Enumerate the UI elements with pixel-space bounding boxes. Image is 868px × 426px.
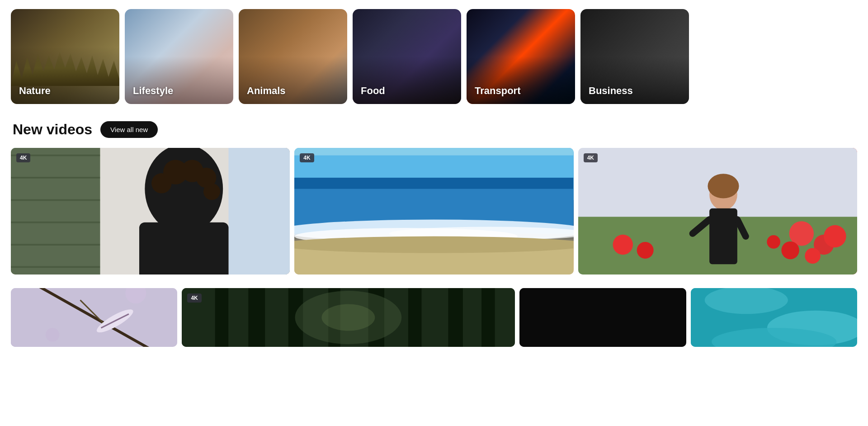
svg-rect-10 — [139, 222, 229, 275]
thumb-svg-1 — [11, 148, 290, 275]
thumb-svg-2 — [294, 148, 573, 275]
category-card-food[interactable]: Food — [353, 9, 461, 104]
category-label-animals: Animals — [247, 85, 286, 97]
svg-point-31 — [824, 225, 846, 247]
svg-rect-49 — [249, 288, 265, 347]
svg-point-33 — [805, 248, 821, 264]
category-label-food: Food — [361, 85, 385, 97]
new-videos-header: New videos View all new — [0, 113, 868, 148]
svg-point-27 — [613, 235, 632, 255]
videos-top-grid: 4K 4K — [0, 148, 868, 288]
svg-point-34 — [767, 235, 780, 249]
videos-bottom-grid: 4K — [0, 288, 868, 360]
svg-point-32 — [781, 241, 799, 260]
category-card-transport[interactable]: Transport — [467, 9, 575, 104]
category-card-nature[interactable]: Nature — [11, 9, 119, 104]
svg-point-24 — [294, 237, 573, 253]
badge-4k-5: 4K — [187, 293, 201, 303]
thumb-svg-3 — [578, 148, 857, 275]
thumb-svg-5 — [182, 288, 515, 347]
svg-rect-8 — [229, 148, 290, 275]
category-card-lifestyle[interactable]: Lifestyle — [125, 9, 233, 104]
svg-rect-0 — [11, 148, 100, 275]
category-label-transport: Transport — [475, 85, 520, 97]
svg-point-57 — [322, 304, 375, 331]
badge-4k-1: 4K — [16, 153, 30, 162]
svg-point-37 — [708, 174, 739, 198]
svg-rect-58 — [519, 288, 686, 347]
svg-point-15 — [203, 183, 220, 200]
badge-4k-2: 4K — [300, 153, 314, 162]
svg-rect-55 — [482, 288, 495, 347]
new-videos-title: New videos — [13, 121, 92, 138]
category-label-business: Business — [589, 85, 633, 97]
video-card-6[interactable] — [519, 288, 686, 347]
video-card-1[interactable]: 4K — [11, 148, 290, 275]
video-card-3[interactable]: 4K — [578, 148, 857, 275]
video-card-5[interactable]: 4K — [182, 288, 515, 347]
svg-rect-36 — [709, 208, 737, 264]
category-card-business[interactable]: Business — [580, 9, 689, 104]
categories-row: Nature Lifestyle Animals Food Transport … — [11, 9, 857, 104]
categories-section: Nature Lifestyle Animals Food Transport … — [0, 0, 868, 113]
category-card-animals[interactable]: Animals — [239, 9, 347, 104]
video-card-7[interactable] — [691, 288, 857, 347]
svg-rect-48 — [215, 288, 228, 347]
video-card-4[interactable] — [11, 288, 177, 347]
badge-4k-3: 4K — [584, 153, 598, 162]
thumb-svg-7 — [691, 288, 857, 347]
thumb-svg-6 — [519, 288, 686, 347]
video-card-2[interactable]: 4K — [294, 148, 573, 275]
view-all-new-button[interactable]: View all new — [100, 121, 158, 138]
svg-point-46 — [46, 328, 60, 342]
svg-rect-53 — [408, 288, 421, 347]
svg-point-28 — [637, 242, 653, 259]
category-label-lifestyle: Lifestyle — [133, 85, 173, 97]
thumb-svg-4 — [11, 288, 177, 347]
svg-rect-54 — [448, 288, 463, 347]
category-label-nature: Nature — [19, 85, 51, 97]
